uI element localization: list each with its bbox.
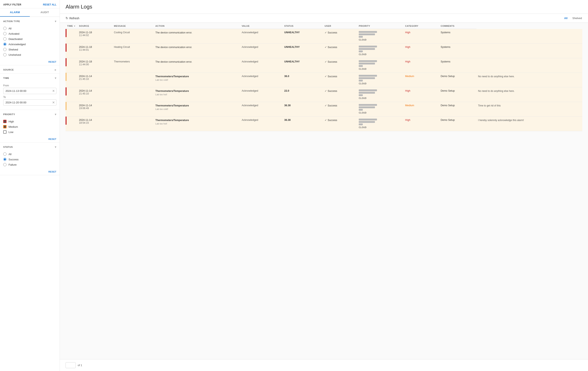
priority-bar [65, 58, 67, 66]
time-header[interactable]: TIME ▾ [0, 74, 60, 82]
status-chevron: ▾ [55, 145, 56, 149]
status-header[interactable]: STATUS ▾ [0, 142, 60, 151]
user-cloud: CLOUD [359, 82, 402, 85]
time-from-input[interactable] [3, 88, 56, 94]
time-cell: 2024-11-1811:44:02 [77, 29, 112, 44]
priority-value: High [405, 90, 410, 92]
comment-cell: I hereby solemnly acknowledge this alarm… [476, 117, 582, 131]
user-cloud: CLOUD [359, 68, 402, 70]
table-row: 2024-11-1811:44:01Heating CircuitThe dev… [65, 44, 582, 58]
table-wrap: TIME ▼ SOURCE MESSAGE ACTION VALUE STATU… [60, 23, 588, 359]
comment-cell: Time to get rid of this [476, 102, 582, 117]
alarm-logs-table: TIME ▼ SOURCE MESSAGE ACTION VALUE STATU… [65, 23, 582, 131]
user-line3 [359, 94, 363, 96]
priority-bar-cell [65, 73, 77, 87]
time-to-clear[interactable]: ✕ [52, 101, 55, 104]
refresh-button[interactable]: ↻ Refresh [65, 16, 79, 20]
priority-low-checkbox[interactable] [3, 130, 7, 134]
sidebar-top: APPLY FILTER RESET ALL [0, 0, 60, 8]
time-to-input[interactable] [3, 99, 56, 106]
time-cell: 2024-11-1811:44:01 [77, 44, 112, 58]
status-text: Success [328, 75, 337, 78]
status-cell: ✓Success [323, 102, 357, 117]
user-cell: CLOUD [357, 73, 404, 87]
source-header[interactable]: SOURCE ▸ [0, 65, 60, 73]
status-label: STATUS [3, 146, 13, 148]
status-reset[interactable]: RESET [0, 170, 60, 175]
action-type-shelved[interactable]: Shelved [3, 47, 56, 52]
priority-medium[interactable]: Medium [3, 124, 56, 129]
tab-audit[interactable]: AUDIT [30, 8, 60, 17]
user-cell: CLOUD [357, 44, 404, 58]
time-from-clear[interactable]: ✕ [52, 90, 55, 93]
table-row: 2024-11-1811:44:02Cooling CircuitThe dev… [65, 29, 582, 44]
message-title: Thermometers/Temperature [155, 90, 238, 93]
time-date: 2024-11-18 [79, 46, 111, 49]
priority-value: High [405, 31, 410, 34]
user-line2 [359, 106, 375, 108]
col-category: CATEGORY [404, 23, 439, 29]
check-icon: ✓ [325, 46, 327, 49]
comment-cell [476, 58, 582, 73]
user-line1 [359, 90, 377, 91]
status-cell: ✓Success [323, 73, 357, 87]
priority-reset[interactable]: RESET [0, 137, 60, 142]
check-icon: ✓ [325, 104, 327, 107]
user-cell: CLOUD [357, 29, 404, 44]
action-cell: Acknowledged [240, 73, 283, 87]
message-sub: Lab too cold! [155, 79, 238, 81]
page-input[interactable]: 1 [65, 362, 76, 368]
action-type-deactivated[interactable]: Deactivated [3, 36, 56, 41]
priority-bar [65, 102, 67, 110]
check-icon: ✓ [325, 119, 327, 122]
user-line2 [359, 33, 375, 35]
view-tab-all[interactable]: All [564, 16, 568, 20]
source-cell: Cooling Circuit [112, 29, 154, 44]
priority-bar-cell [65, 29, 77, 44]
action-type-acknowledged[interactable]: Acknowledged [3, 41, 56, 47]
priority-header[interactable]: PRIORITY ▾ [0, 110, 60, 118]
value-cell: 36.38 [283, 117, 323, 131]
check-icon: ✓ [325, 60, 327, 63]
apply-filter-button[interactable]: APPLY FILTER [3, 3, 21, 6]
time-cell: 2024-11-1811:44:00 [77, 58, 112, 73]
time-time: 18:54:15 [79, 121, 111, 124]
priority-high-checkbox[interactable] [3, 120, 7, 123]
category-cell: Systems [439, 29, 476, 44]
user-line3 [359, 36, 363, 38]
action-type-reset[interactable]: RESET [0, 60, 60, 65]
status-success[interactable]: Success [3, 157, 56, 162]
source-cell [112, 117, 154, 131]
priority-medium-checkbox[interactable] [3, 125, 7, 128]
refresh-label: Refresh [69, 17, 79, 20]
view-tabs: All Shelved [564, 16, 582, 20]
time-date: 2024-11-14 [79, 104, 111, 107]
time-date: 2024-11-14 [79, 75, 111, 78]
time-date: 2024-11-14 [79, 90, 111, 92]
view-tab-shelved[interactable]: Shelved [572, 16, 582, 20]
user-cell: CLOUD [357, 102, 404, 117]
user-line2 [359, 92, 375, 94]
table-row: 2024-11-1419:06:49Thermometers/Temperatu… [65, 102, 582, 117]
source-cell [112, 73, 154, 87]
check-icon: ✓ [325, 75, 327, 78]
action-cell: Acknowledged [240, 44, 283, 58]
main-content: Alarm Logs ↻ Refresh All Shelved TIME ▼ … [60, 0, 588, 371]
status-text: Success [328, 119, 337, 122]
action-cell: Acknowledged [240, 87, 283, 102]
priority-low[interactable]: Low [3, 129, 56, 135]
status-failure[interactable]: Failure [3, 162, 56, 167]
col-time[interactable]: TIME ▼ [65, 23, 77, 29]
user-line2 [359, 77, 375, 79]
source-section: SOURCE ▸ [0, 65, 60, 74]
action-type-activated[interactable]: Activated [3, 31, 56, 36]
reset-all-button[interactable]: RESET ALL [43, 3, 56, 6]
action-type-all[interactable]: All [3, 26, 56, 31]
action-type-chevron: ▾ [55, 20, 56, 23]
status-all[interactable]: All [3, 151, 56, 157]
tab-alarm[interactable]: ALARM [0, 8, 30, 17]
priority-value: Medium [405, 104, 414, 107]
action-type-header[interactable]: ACTION TYPE ▾ [0, 17, 60, 25]
priority-high[interactable]: High [3, 119, 56, 124]
action-type-unshelved[interactable]: Unshelved [3, 52, 56, 57]
